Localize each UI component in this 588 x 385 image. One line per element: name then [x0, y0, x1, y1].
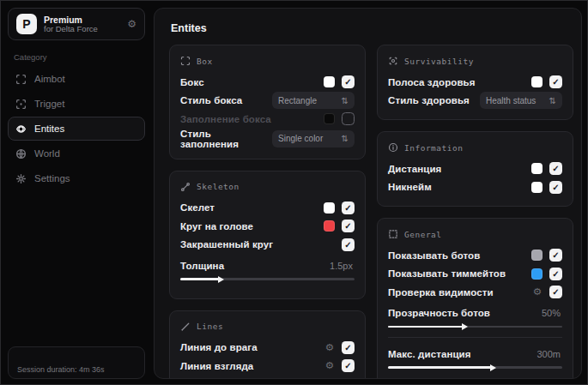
- card-header-label: Information: [404, 143, 463, 153]
- color-swatch[interactable]: [324, 220, 335, 232]
- toggle-row: Круг на голове✓: [180, 217, 355, 236]
- toggle-row: Бокс✓: [180, 73, 355, 92]
- checkbox[interactable]: ✓: [549, 162, 562, 175]
- dropdown-row: Стиль здоровьяHealth status⇅: [388, 92, 562, 111]
- dropdown-value: Single color: [278, 134, 323, 143]
- trigger-crosshair-icon: [15, 99, 27, 110]
- row-settings-gear-icon[interactable]: ⚙: [533, 287, 542, 298]
- toggle-row: Закрашенный круг✓: [180, 236, 355, 255]
- card-header: General: [388, 229, 562, 239]
- setting-label: Бокс: [180, 77, 324, 87]
- card-survivability: SurvivabilityПолоса здоровья✓Стиль здоро…: [377, 45, 573, 120]
- chevron-up-down-icon: ⇅: [342, 134, 349, 143]
- slider-4[interactable]: [388, 364, 562, 372]
- color-swatch[interactable]: [531, 250, 543, 261]
- sidebar-item-trigget[interactable]: Trigget: [8, 92, 145, 116]
- aimbot-crosshair-icon: [15, 74, 27, 85]
- slider-value: 300m: [536, 349, 561, 359]
- color-swatch[interactable]: [324, 113, 335, 124]
- checkbox[interactable]: ✓: [549, 249, 562, 262]
- row-settings-gear-icon[interactable]: ⚙: [325, 343, 334, 353]
- setting-label: Заполнение бокса: [180, 114, 324, 124]
- toggle-row: Линия взгляда⚙✓: [180, 357, 355, 376]
- toggle-row: Дистанция✓: [388, 159, 562, 178]
- slider-row: Прозрачность ботов50%: [388, 304, 562, 332]
- setting-label: Скелет: [180, 202, 324, 213]
- checkbox[interactable]: ✓: [342, 359, 355, 372]
- row-settings-gear-icon[interactable]: ⚙: [325, 361, 334, 371]
- sidebar: P Premium for Delta Force ⚙ Category Aim…: [1, 1, 152, 385]
- toggle-row: Полоса здоровья✓: [388, 73, 562, 92]
- dropdown-1[interactable]: Health status⇅: [480, 92, 562, 109]
- card-header-label: Lines: [197, 322, 223, 331]
- session-duration-text: Session duration: 4m 36s: [17, 365, 105, 374]
- globe-icon: [15, 148, 27, 159]
- setting-label: Дистанция: [388, 164, 531, 174]
- brand-gear-icon[interactable]: ⚙: [127, 18, 136, 30]
- color-swatch[interactable]: [324, 76, 335, 87]
- bone-icon: [180, 182, 191, 192]
- checkbox[interactable]: ✓: [342, 202, 355, 214]
- sidebar-item-label: Trigget: [34, 99, 64, 109]
- checkbox[interactable]: ✓: [342, 238, 355, 251]
- checkbox[interactable]: [342, 112, 355, 125]
- setting-label: Круг на голове: [180, 221, 324, 232]
- setting-label: Проверка видимости: [388, 287, 533, 298]
- color-swatch[interactable]: [531, 163, 543, 174]
- card-header: Information: [388, 142, 562, 153]
- color-swatch[interactable]: [531, 182, 543, 193]
- card-skeleton: SkeletonСкелет✓Круг на голове✓Закрашенны…: [169, 171, 366, 299]
- checkbox[interactable]: ✓: [549, 75, 562, 88]
- brand-subtitle: for Delta Force: [44, 25, 120, 34]
- checkbox[interactable]: ✓: [342, 341, 355, 354]
- color-swatch[interactable]: [531, 76, 543, 87]
- sidebar-item-label: Settings: [34, 173, 70, 183]
- dropdown-value: Health status: [486, 96, 536, 105]
- right-column: SurvivabilityПолоса здоровья✓Стиль здоро…: [377, 45, 573, 379]
- brand-logo: P: [16, 14, 37, 34]
- checkbox[interactable]: ✓: [342, 75, 355, 88]
- card-information: InformationДистанция✓Никнейм✓: [377, 131, 573, 207]
- checkbox[interactable]: ✓: [549, 286, 562, 298]
- setting-label: Стиль заполнения: [180, 129, 272, 149]
- card-header-label: Survivability: [404, 57, 474, 66]
- setting-label: Линия взгляда: [180, 361, 325, 371]
- slider-thumb[interactable]: [218, 276, 224, 283]
- slider-row: Макс. дистанция300m: [388, 345, 562, 372]
- slider-3[interactable]: [388, 322, 562, 331]
- sidebar-item-world[interactable]: World: [8, 141, 145, 165]
- session-duration-card: Session duration: 4m 36s: [8, 346, 145, 379]
- checkbox[interactable]: ✓: [549, 181, 562, 194]
- toggle-row: Заполнение бокса: [180, 110, 355, 129]
- chevron-up-down-icon: ⇅: [342, 96, 349, 105]
- line-icon: [180, 322, 191, 332]
- setting-label: Стиль здоровья: [388, 95, 480, 105]
- color-swatch[interactable]: [324, 202, 335, 214]
- dropdown-row: Стиль заполненияSingle color⇅: [180, 129, 355, 149]
- sidebar-item-entites[interactable]: Entites: [8, 117, 145, 141]
- toggle-row: Показывать тиммейтов✓: [388, 265, 562, 284]
- page-title: Entites: [171, 22, 573, 34]
- slider-value: 1.5px: [330, 261, 353, 271]
- checkbox[interactable]: ✓: [342, 220, 355, 232]
- slider-3[interactable]: [180, 275, 355, 284]
- sidebar-item-label: World: [34, 148, 60, 159]
- card-box: BoxБокс✓Стиль боксаRectangle⇅Заполнение …: [169, 45, 366, 159]
- slider-thumb[interactable]: [490, 364, 496, 371]
- toggle-row: Скелет✓: [180, 199, 355, 218]
- color-swatch[interactable]: [531, 268, 543, 280]
- card-header-label: General: [404, 230, 442, 239]
- dropdown-3[interactable]: Single color⇅: [272, 130, 355, 147]
- slider-thumb[interactable]: [462, 323, 468, 330]
- dropdown-value: Rectangle: [278, 96, 317, 105]
- box-corners-icon: [180, 56, 191, 66]
- info-circle-icon: [388, 142, 398, 153]
- checkbox[interactable]: ✓: [549, 268, 562, 280]
- dropdown-1[interactable]: Rectangle⇅: [272, 92, 355, 109]
- setting-label: Стиль бокса: [180, 95, 272, 105]
- toggle-row: Линия до врага⚙✓: [180, 339, 355, 358]
- brand-card: P Premium for Delta Force ⚙: [8, 8, 145, 40]
- sidebar-item-settings[interactable]: Settings: [8, 166, 145, 190]
- sidebar-item-aimbot[interactable]: Aimbot: [8, 67, 145, 91]
- chevron-up-down-icon: ⇅: [549, 96, 556, 105]
